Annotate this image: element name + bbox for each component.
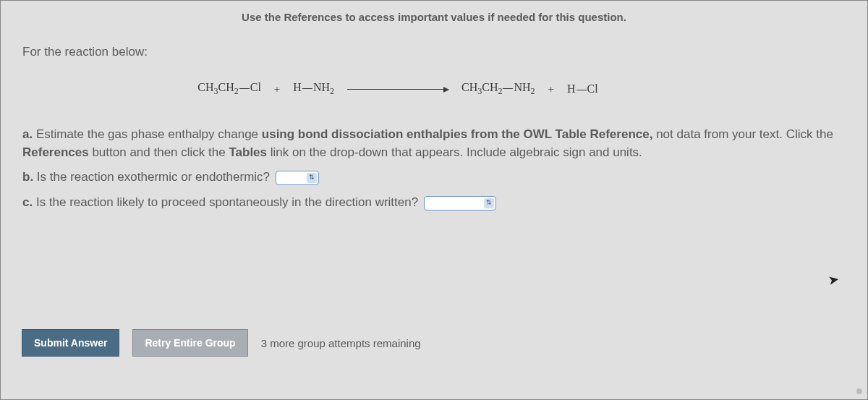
submit-answer-button[interactable]: Submit Answer bbox=[22, 329, 119, 357]
part-b-select[interactable]: ⇅ bbox=[276, 171, 319, 185]
intro-text: For the reaction below: bbox=[22, 45, 846, 59]
footer-actions: Submit Answer Retry Entire Group 3 more … bbox=[22, 329, 421, 357]
part-a-label: a. bbox=[22, 127, 36, 141]
retry-group-button[interactable]: Retry Entire Group bbox=[132, 329, 247, 357]
part-c: c. Is the reaction likely to proceed spo… bbox=[22, 194, 846, 212]
cursor-icon: ➤ bbox=[827, 271, 841, 289]
chevron-updown-icon: ⇅ bbox=[484, 198, 494, 208]
resize-handle-icon bbox=[856, 388, 862, 394]
part-a: a. Estimate the gas phase enthalpy chang… bbox=[22, 126, 846, 161]
reaction-arrow bbox=[347, 89, 448, 90]
part-c-label: c. bbox=[22, 195, 36, 209]
question-container: Use the References to access important v… bbox=[0, 0, 868, 400]
reactant-1: CH3CH2Cl bbox=[197, 81, 261, 97]
reaction-equation: CH3CH2Cl + HNH2 CH3CH2NH2 + HCl bbox=[22, 81, 846, 97]
part-b-label: b. bbox=[22, 170, 37, 184]
chevron-updown-icon: ⇅ bbox=[307, 173, 317, 183]
reactant-2: HNH2 bbox=[293, 81, 334, 97]
product-2: HCl bbox=[567, 82, 598, 95]
part-c-select[interactable]: ⇅ bbox=[424, 196, 496, 210]
references-hint: Use the References to access important v… bbox=[1, 1, 867, 45]
attempts-remaining: 3 more group attempts remaining bbox=[261, 337, 421, 349]
part-b: b. Is the reaction exothermic or endothe… bbox=[22, 169, 846, 187]
content-area: For the reaction below: CH3CH2Cl + HNH2 … bbox=[1, 45, 867, 212]
plus-2: + bbox=[548, 83, 554, 95]
plus-1: + bbox=[274, 83, 280, 95]
product-1: CH3CH2NH2 bbox=[461, 81, 535, 97]
